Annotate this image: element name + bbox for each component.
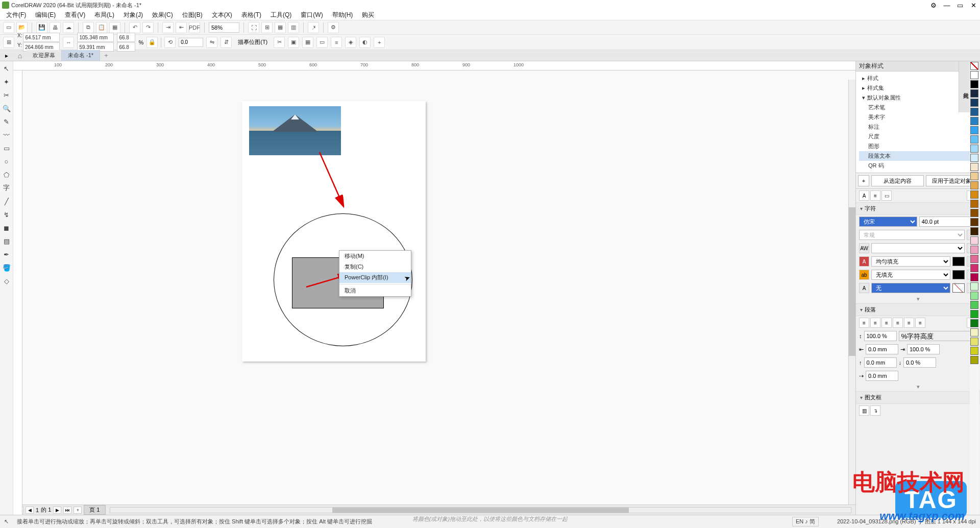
- line-space-unit-select[interactable]: %字符高度: [899, 331, 977, 341]
- line-space-pct-input[interactable]: [864, 331, 897, 341]
- tab-welcome[interactable]: 欢迎屏幕: [27, 50, 62, 61]
- angle-input[interactable]: 0.0: [179, 38, 203, 47]
- text-tool-icon[interactable]: 字: [2, 183, 12, 193]
- scale-x-input[interactable]: 66.8: [117, 33, 135, 42]
- copy-button[interactable]: ⧉: [83, 22, 94, 33]
- export-button[interactable]: ⇤: [176, 22, 187, 33]
- format-para-icon[interactable]: ≡: [870, 190, 880, 201]
- font-size-input[interactable]: [919, 217, 977, 227]
- kerning-select[interactable]: [871, 243, 965, 253]
- add-page-button[interactable]: +: [74, 507, 82, 514]
- menu-window[interactable]: 窗口(W): [298, 10, 326, 20]
- menu-layout[interactable]: 布局(L): [91, 10, 117, 20]
- crop-button[interactable]: ✂: [274, 37, 285, 48]
- color-swatch[interactable]: [970, 338, 978, 346]
- menu-object[interactable]: 对象(J): [120, 10, 146, 20]
- zoom-tool-icon[interactable]: 🔍: [2, 103, 12, 113]
- trace-bitmap-button[interactable]: 描摹位图(T): [235, 38, 271, 46]
- before-space-input[interactable]: [864, 357, 897, 368]
- color-swatch[interactable]: [970, 135, 978, 143]
- color-swatch[interactable]: [970, 347, 978, 355]
- save-button[interactable]: 💾: [36, 22, 47, 33]
- width-input[interactable]: 105.348 mm: [77, 33, 114, 42]
- pdf-button[interactable]: PDF: [189, 22, 200, 33]
- ctx-cancel[interactable]: 取消: [339, 285, 411, 296]
- canvas[interactable]: 移动(M) 复制(C) PowerClip 内部(I) 取消 ➤: [22, 70, 855, 505]
- from-selection-button[interactable]: 从选定内容: [871, 175, 924, 186]
- color-swatch[interactable]: [970, 328, 978, 337]
- color-swatch[interactable]: [970, 108, 978, 116]
- layers-button[interactable]: ◈: [345, 37, 356, 48]
- align-none-button[interactable]: ≡: [859, 318, 869, 328]
- close-button[interactable]: ✕: [969, 1, 978, 9]
- new-style-button[interactable]: +: [858, 175, 869, 186]
- tree-item-graphic[interactable]: 图形: [859, 141, 977, 151]
- mirror-v-button[interactable]: ⇵: [220, 37, 232, 48]
- color-swatch[interactable]: [970, 117, 978, 125]
- swatch-none[interactable]: [970, 62, 978, 70]
- ctx-move[interactable]: 移动(M): [339, 251, 411, 261]
- align-justify-button[interactable]: ≡: [904, 318, 914, 328]
- after-space-input[interactable]: [903, 357, 936, 368]
- snap-button[interactable]: ▦: [275, 22, 286, 33]
- menu-file[interactable]: 文件(F): [3, 10, 29, 20]
- zoom-level-input[interactable]: 58%: [209, 22, 239, 33]
- pick-tool-icon[interactable]: ↖: [2, 63, 12, 74]
- pick-tool-tab-icon[interactable]: ▸: [0, 52, 13, 59]
- tree-item-dimension[interactable]: 尺度: [859, 132, 977, 141]
- color-swatch[interactable]: [970, 236, 978, 245]
- print-button[interactable]: 🖶: [50, 22, 61, 33]
- frame-cols-button[interactable]: ▥: [859, 405, 869, 416]
- color-swatch[interactable]: [970, 181, 978, 189]
- menu-help[interactable]: 帮助(H): [329, 10, 356, 20]
- add-tab-button[interactable]: +: [100, 51, 112, 60]
- paste-button[interactable]: 📋: [96, 22, 107, 33]
- menu-bitmap[interactable]: 位图(B): [179, 10, 206, 20]
- align-center-button[interactable]: ≡: [881, 318, 892, 328]
- straighten-button[interactable]: ▭: [316, 37, 328, 48]
- color-swatch[interactable]: [970, 163, 978, 171]
- freehand-tool-icon[interactable]: ✎: [2, 116, 12, 127]
- parallel-dim-icon[interactable]: ╱: [2, 196, 12, 206]
- font-weight-select[interactable]: 常规: [859, 230, 965, 240]
- launch-button[interactable]: ⭷: [308, 22, 319, 33]
- color-swatch[interactable]: [970, 255, 978, 263]
- color-swatch[interactable]: [970, 209, 978, 217]
- color-swatch[interactable]: [970, 80, 978, 88]
- text-fill-select[interactable]: 无: [871, 283, 950, 293]
- eyedropper-icon[interactable]: ✒: [2, 249, 12, 259]
- artistic-media-icon[interactable]: 〰: [2, 130, 12, 140]
- align-right-button[interactable]: ≡: [893, 318, 903, 328]
- color-swatch[interactable]: [970, 71, 978, 79]
- x-position-input[interactable]: 64.517 mm: [23, 33, 60, 42]
- maximize-button[interactable]: ▭: [955, 1, 965, 9]
- first-line-input[interactable]: [866, 371, 898, 381]
- font-family-select[interactable]: 仿宋: [859, 217, 917, 227]
- docker-side-tab[interactable]: 对象样式: [959, 61, 970, 112]
- shape-tool-icon[interactable]: ✦: [2, 77, 12, 87]
- horizontal-scrollbar[interactable]: [110, 507, 852, 513]
- prev-page-button[interactable]: ◀: [26, 507, 34, 514]
- transparency-tool-icon[interactable]: ▨: [2, 236, 12, 246]
- color-swatch[interactable]: [970, 264, 978, 272]
- scale-y-input[interactable]: 66.8: [117, 42, 135, 52]
- color-swatch[interactable]: [970, 145, 978, 153]
- color-swatch[interactable]: [970, 356, 978, 364]
- import-button[interactable]: ⇥: [162, 22, 174, 33]
- redo-button[interactable]: ↷: [142, 22, 154, 33]
- color-swatch[interactable]: [970, 126, 978, 134]
- fullscreen-button[interactable]: ⛶: [248, 22, 259, 33]
- minimize-button[interactable]: —: [942, 1, 951, 9]
- cloud-button[interactable]: ☁: [63, 22, 74, 33]
- color-swatch[interactable]: [970, 172, 978, 180]
- format-text-icon[interactable]: A: [859, 190, 869, 201]
- drop-shadow-icon[interactable]: ◼: [2, 223, 12, 233]
- grid-button[interactable]: ⊞: [261, 22, 273, 33]
- tree-item-qrcode[interactable]: QR 码: [859, 161, 977, 171]
- color-swatch[interactable]: [970, 218, 978, 226]
- color-swatch[interactable]: [970, 292, 978, 300]
- color-swatch[interactable]: [970, 301, 978, 309]
- color-swatch[interactable]: [970, 227, 978, 235]
- align-force-button[interactable]: ≡: [915, 318, 925, 328]
- polygon-tool-icon[interactable]: ⬠: [2, 170, 12, 180]
